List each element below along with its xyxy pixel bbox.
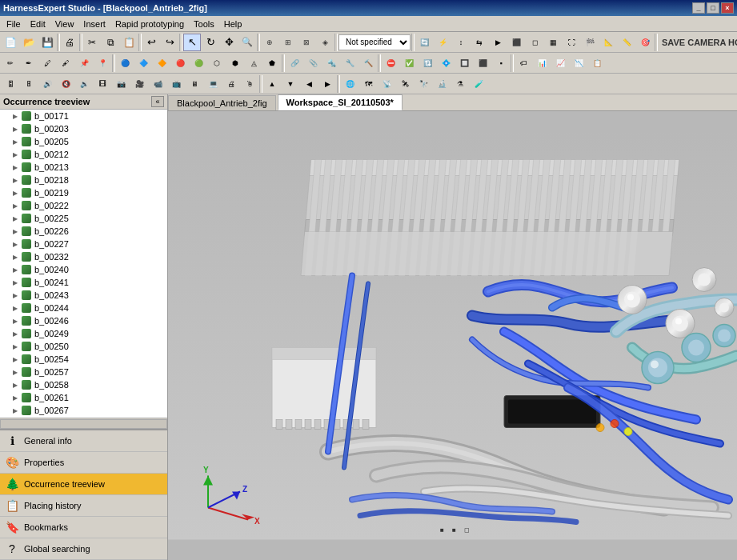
tb2-btn-t[interactable]: 🔨 xyxy=(359,54,377,72)
tb3-btn-y[interactable]: ⚗ xyxy=(451,75,469,93)
tb2-btn-dd[interactable]: 📈 xyxy=(551,54,569,72)
nav-item-general-info[interactable]: ℹGeneral info xyxy=(0,430,167,452)
menu-view[interactable]: View xyxy=(50,18,79,30)
tb2-btn-q[interactable]: 📎 xyxy=(304,54,322,72)
tb3-btn-v[interactable]: 🛰 xyxy=(396,75,414,93)
tb3-btn-p[interactable]: ▼ xyxy=(282,75,299,93)
menu-rapid-prototyping[interactable]: Rapid prototyping xyxy=(110,18,189,30)
tb-btn-l[interactable]: ▦ xyxy=(544,34,562,51)
tb3-btn-b[interactable]: 🎚 xyxy=(20,75,38,93)
tb2-btn-s[interactable]: 🔧 xyxy=(341,54,358,72)
tb-btn-j[interactable]: ⬛ xyxy=(507,34,525,51)
tb2-btn-aa[interactable]: ▪ xyxy=(492,54,510,72)
tree-item[interactable]: ▶b_00267 xyxy=(0,404,167,417)
specification-dropdown[interactable]: Not specified xyxy=(338,34,411,50)
tree-item[interactable]: ▶b_00254 xyxy=(0,353,167,366)
tb3-btn-k[interactable]: 🖥 xyxy=(186,75,203,93)
tree-item[interactable]: ▶b_00205 xyxy=(0,135,167,148)
tb-btn-h[interactable]: ⇆ xyxy=(471,34,488,51)
tb2-btn-r[interactable]: 🔩 xyxy=(322,54,340,72)
menu-help[interactable]: Help xyxy=(219,18,247,30)
tb2-btn-k[interactable]: 🟢 xyxy=(190,54,207,72)
tb3-btn-i[interactable]: 📹 xyxy=(149,75,166,93)
tree-item[interactable]: ▶b_00171 xyxy=(0,110,167,122)
tb3-btn-d[interactable]: 🔇 xyxy=(57,75,74,93)
tb2-btn-a[interactable]: ✏ xyxy=(2,54,19,72)
menu-file[interactable]: File xyxy=(2,18,26,30)
redo-button[interactable] xyxy=(161,34,178,51)
collapse-panel-button[interactable]: « xyxy=(151,96,164,107)
menu-tools[interactable]: Tools xyxy=(189,18,219,30)
tab-workspace-si[interactable]: Workspace_SI_20110503* xyxy=(278,94,403,110)
tree-item[interactable]: ▶b_00226 xyxy=(0,225,167,238)
tb3-btn-o[interactable]: ▲ xyxy=(263,75,281,93)
tb-btn-a[interactable]: ⊕ xyxy=(261,34,278,51)
tb-btn-m[interactable]: ⛶ xyxy=(563,34,580,51)
tb3-btn-n[interactable]: 🖱 xyxy=(241,75,258,93)
nav-item-bookmarks[interactable]: 🔖Bookmarks xyxy=(0,517,167,538)
tree-item[interactable]: ▶b_00241 xyxy=(0,276,167,289)
3d-viewport[interactable]: X Y Z ■ ■ ◻ xyxy=(168,111,737,560)
tb3-btn-s[interactable]: 🌐 xyxy=(341,75,358,93)
tb3-btn-w[interactable]: 🔭 xyxy=(415,75,432,93)
tb2-btn-cc[interactable]: 📊 xyxy=(533,54,551,72)
tb-btn-n[interactable]: 🏁 xyxy=(581,34,599,51)
tree-item[interactable]: ▶b_00222 xyxy=(0,199,167,212)
nav-item-global-searching[interactable]: ?Global searching xyxy=(0,538,167,560)
tb2-btn-y[interactable]: 🔲 xyxy=(455,54,473,72)
minimize-button[interactable]: _ xyxy=(692,2,705,14)
tb-btn-i[interactable]: ▶ xyxy=(489,34,507,51)
tree-item[interactable]: ▶b_00244 xyxy=(0,302,167,314)
tb2-btn-e[interactable]: 📌 xyxy=(75,54,93,72)
tb3-btn-x[interactable]: 🔬 xyxy=(433,75,451,93)
open-button[interactable] xyxy=(20,34,38,51)
tb3-btn-z[interactable]: 🧪 xyxy=(470,75,487,93)
tree-item[interactable]: ▶b_00240 xyxy=(0,263,167,276)
tb-btn-f[interactable]: ⚡ xyxy=(434,34,451,51)
tab-blackpool-antrieb[interactable]: Blackpool_Antrieb_2fig xyxy=(168,95,276,110)
tb-btn-p[interactable]: 📏 xyxy=(618,34,635,51)
tb-btn-q[interactable]: 🎯 xyxy=(636,34,654,51)
tree-item[interactable]: ▶b_00225 xyxy=(0,212,167,225)
tree-item[interactable]: ▶b_00257 xyxy=(0,366,167,378)
tb2-btn-v[interactable]: ✅ xyxy=(400,54,418,72)
tree-item[interactable]: ▶b_00203 xyxy=(0,122,167,135)
tree-hscroll[interactable] xyxy=(0,418,167,429)
tree-item[interactable]: ▶b_00258 xyxy=(0,378,167,391)
tree-item[interactable]: ▶b_00261 xyxy=(0,391,167,404)
tb2-btn-l[interactable]: ⬡ xyxy=(208,54,226,72)
tb3-btn-t[interactable]: 🗺 xyxy=(359,75,377,93)
print-button[interactable] xyxy=(61,34,78,51)
tb2-btn-b[interactable]: ✒ xyxy=(20,54,38,72)
tb3-btn-e[interactable]: 🔉 xyxy=(75,75,93,93)
tb-btn-k[interactable]: ◻ xyxy=(526,34,543,51)
tree-item[interactable]: ▶b_00212 xyxy=(0,148,167,161)
tb-btn-e[interactable]: 🔄 xyxy=(415,34,433,51)
tb2-btn-n[interactable]: ◬ xyxy=(245,54,262,72)
tb2-btn-g[interactable]: 🔵 xyxy=(116,54,134,72)
undo-button[interactable] xyxy=(142,34,160,51)
cursor-button[interactable] xyxy=(183,34,201,51)
tb2-btn-j[interactable]: 🔴 xyxy=(171,54,189,72)
nav-item-placing-history[interactable]: 📋Placing history xyxy=(0,495,167,517)
tree-item[interactable]: ▶b_00232 xyxy=(0,250,167,263)
tb-btn-c[interactable]: ⊠ xyxy=(298,34,315,51)
tb3-btn-u[interactable]: 📡 xyxy=(378,75,395,93)
tree-item[interactable]: ▶b_00213 xyxy=(0,161,167,174)
tb3-btn-j[interactable]: 📺 xyxy=(167,75,185,93)
tb3-btn-r[interactable]: ▶ xyxy=(318,75,336,93)
tb3-btn-m[interactable]: 🖨 xyxy=(222,75,240,93)
tb3-btn-h[interactable]: 🎥 xyxy=(130,75,148,93)
tree-item[interactable]: ▶b_00243 xyxy=(0,289,167,302)
paste-button[interactable] xyxy=(120,34,138,51)
nav-item-properties[interactable]: 🎨Properties xyxy=(0,452,167,474)
tb2-btn-m[interactable]: ⬢ xyxy=(226,54,244,72)
tb3-btn-f[interactable]: 🎞 xyxy=(94,75,111,93)
tree-item[interactable]: ▶b_00219 xyxy=(0,186,167,199)
tb2-btn-ee[interactable]: 📉 xyxy=(570,54,587,72)
cut-button[interactable] xyxy=(83,34,101,51)
tb3-btn-l[interactable]: 💻 xyxy=(204,75,222,93)
tree-item[interactable]: ▶b_00249 xyxy=(0,327,167,340)
tree-item[interactable]: ▶b_00246 xyxy=(0,314,167,327)
copy-button[interactable] xyxy=(102,34,119,51)
